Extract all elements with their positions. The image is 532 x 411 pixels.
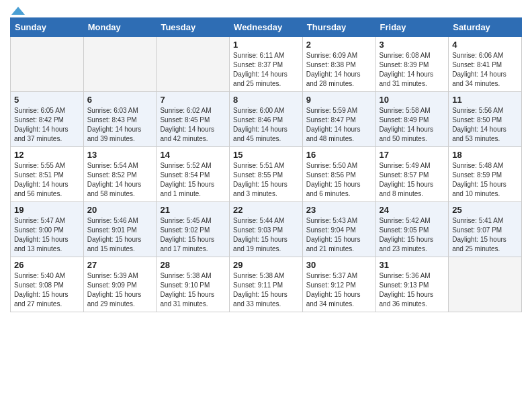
calendar-cell: 22Sunrise: 5:44 AMSunset: 9:03 PMDayligh…: [230, 202, 303, 257]
calendar-cell: 15Sunrise: 5:51 AMSunset: 8:55 PMDayligh…: [230, 147, 303, 202]
cell-content: Sunrise: 5:42 AMSunset: 9:05 PMDaylight:…: [380, 216, 445, 254]
calendar-cell: 19Sunrise: 5:47 AMSunset: 9:00 PMDayligh…: [11, 202, 84, 257]
cell-content: Sunrise: 6:00 AMSunset: 8:46 PMDaylight:…: [233, 106, 299, 144]
calendar-week-1: 1Sunrise: 6:11 AMSunset: 8:37 PMDaylight…: [11, 37, 522, 92]
day-number: 24: [380, 205, 445, 215]
calendar-cell: 8Sunrise: 6:00 AMSunset: 8:46 PMDaylight…: [230, 92, 303, 147]
calendar-week-4: 19Sunrise: 5:47 AMSunset: 9:00 PMDayligh…: [11, 202, 522, 257]
cell-content: Sunrise: 5:36 AMSunset: 9:13 PMDaylight:…: [380, 271, 445, 309]
cell-content: Sunrise: 5:59 AMSunset: 8:47 PMDaylight:…: [306, 106, 372, 144]
calendar-table: SundayMondayTuesdayWednesdayThursdayFrid…: [10, 17, 522, 312]
day-number: 31: [380, 260, 445, 270]
cell-content: Sunrise: 5:44 AMSunset: 9:03 PMDaylight:…: [233, 216, 299, 254]
day-number: 1: [233, 40, 299, 50]
calendar-cell: 16Sunrise: 5:50 AMSunset: 8:56 PMDayligh…: [302, 147, 375, 202]
weekday-header-tuesday: Tuesday: [157, 18, 230, 37]
cell-content: Sunrise: 6:09 AMSunset: 8:38 PMDaylight:…: [306, 51, 372, 89]
page: SundayMondayTuesdayWednesdayThursdayFrid…: [0, 0, 532, 319]
day-number: 15: [233, 150, 299, 160]
day-number: 6: [87, 95, 153, 105]
cell-content: Sunrise: 5:41 AMSunset: 9:07 PMDaylight:…: [452, 216, 518, 254]
day-number: 25: [452, 205, 518, 215]
cell-content: Sunrise: 6:08 AMSunset: 8:39 PMDaylight:…: [380, 51, 445, 89]
logo-text: [10, 7, 26, 12]
calendar-week-2: 5Sunrise: 6:05 AMSunset: 8:42 PMDaylight…: [11, 92, 522, 147]
calendar-cell: 31Sunrise: 5:36 AMSunset: 9:13 PMDayligh…: [375, 257, 449, 312]
cell-content: Sunrise: 5:43 AMSunset: 9:04 PMDaylight:…: [306, 216, 372, 254]
cell-content: Sunrise: 5:38 AMSunset: 9:10 PMDaylight:…: [160, 271, 226, 309]
calendar-cell: 13Sunrise: 5:54 AMSunset: 8:52 PMDayligh…: [83, 147, 157, 202]
day-number: 29: [233, 260, 299, 270]
day-number: 4: [452, 40, 518, 50]
logo-triangle: [11, 7, 25, 15]
weekday-header-thursday: Thursday: [302, 18, 375, 37]
day-number: 16: [306, 150, 372, 160]
calendar-cell: 17Sunrise: 5:49 AMSunset: 8:57 PMDayligh…: [375, 147, 449, 202]
calendar-cell: 28Sunrise: 5:38 AMSunset: 9:10 PMDayligh…: [157, 257, 230, 312]
cell-content: Sunrise: 6:02 AMSunset: 8:45 PMDaylight:…: [160, 106, 226, 144]
calendar-cell: [83, 37, 157, 92]
day-number: 20: [87, 205, 153, 215]
day-number: 8: [233, 95, 299, 105]
calendar-cell: 30Sunrise: 5:37 AMSunset: 9:12 PMDayligh…: [302, 257, 375, 312]
calendar-week-3: 12Sunrise: 5:55 AMSunset: 8:51 PMDayligh…: [11, 147, 522, 202]
day-number: 13: [87, 150, 153, 160]
day-number: 2: [306, 40, 372, 50]
day-number: 3: [380, 40, 445, 50]
calendar-cell: 27Sunrise: 5:39 AMSunset: 9:09 PMDayligh…: [83, 257, 157, 312]
calendar-cell: 11Sunrise: 5:56 AMSunset: 8:50 PMDayligh…: [449, 92, 522, 147]
day-number: 27: [87, 260, 153, 270]
cell-content: Sunrise: 5:39 AMSunset: 9:09 PMDaylight:…: [87, 271, 153, 309]
cell-content: Sunrise: 5:49 AMSunset: 8:57 PMDaylight:…: [380, 161, 445, 199]
weekday-header-saturday: Saturday: [449, 18, 522, 37]
weekday-header-wednesday: Wednesday: [230, 18, 303, 37]
calendar-week-5: 26Sunrise: 5:40 AMSunset: 9:08 PMDayligh…: [11, 257, 522, 312]
day-number: 26: [14, 260, 80, 270]
cell-content: Sunrise: 6:03 AMSunset: 8:43 PMDaylight:…: [87, 106, 153, 144]
day-number: 28: [160, 260, 226, 270]
calendar-cell: 18Sunrise: 5:48 AMSunset: 8:59 PMDayligh…: [449, 147, 522, 202]
weekday-header-friday: Friday: [375, 18, 449, 37]
weekday-header-monday: Monday: [83, 18, 157, 37]
cell-content: Sunrise: 5:45 AMSunset: 9:02 PMDaylight:…: [160, 216, 226, 254]
cell-content: Sunrise: 5:56 AMSunset: 8:50 PMDaylight:…: [452, 106, 518, 144]
calendar-cell: 24Sunrise: 5:42 AMSunset: 9:05 PMDayligh…: [375, 202, 449, 257]
logo: [10, 7, 26, 12]
calendar-cell: 14Sunrise: 5:52 AMSunset: 8:54 PMDayligh…: [157, 147, 230, 202]
cell-content: Sunrise: 5:54 AMSunset: 8:52 PMDaylight:…: [87, 161, 153, 199]
calendar-cell: 4Sunrise: 6:06 AMSunset: 8:41 PMDaylight…: [449, 37, 522, 92]
cell-content: Sunrise: 5:50 AMSunset: 8:56 PMDaylight:…: [306, 161, 372, 199]
calendar-cell: 10Sunrise: 5:58 AMSunset: 8:49 PMDayligh…: [375, 92, 449, 147]
day-number: 9: [306, 95, 372, 105]
calendar-cell: 23Sunrise: 5:43 AMSunset: 9:04 PMDayligh…: [302, 202, 375, 257]
calendar-header-row: SundayMondayTuesdayWednesdayThursdayFrid…: [11, 18, 522, 37]
calendar-cell: 21Sunrise: 5:45 AMSunset: 9:02 PMDayligh…: [157, 202, 230, 257]
day-number: 30: [306, 260, 372, 270]
calendar-cell: 25Sunrise: 5:41 AMSunset: 9:07 PMDayligh…: [449, 202, 522, 257]
header: [10, 7, 522, 12]
calendar-cell: [11, 37, 84, 92]
day-number: 11: [452, 95, 518, 105]
cell-content: Sunrise: 5:46 AMSunset: 9:01 PMDaylight:…: [87, 216, 153, 254]
calendar-cell: [449, 257, 522, 312]
day-number: 19: [14, 205, 80, 215]
calendar-cell: 3Sunrise: 6:08 AMSunset: 8:39 PMDaylight…: [375, 37, 449, 92]
calendar-cell: 7Sunrise: 6:02 AMSunset: 8:45 PMDaylight…: [157, 92, 230, 147]
calendar-cell: 5Sunrise: 6:05 AMSunset: 8:42 PMDaylight…: [11, 92, 84, 147]
cell-content: Sunrise: 6:05 AMSunset: 8:42 PMDaylight:…: [14, 106, 80, 144]
day-number: 23: [306, 205, 372, 215]
cell-content: Sunrise: 5:48 AMSunset: 8:59 PMDaylight:…: [452, 161, 518, 199]
day-number: 18: [452, 150, 518, 160]
day-number: 17: [380, 150, 445, 160]
calendar-cell: 6Sunrise: 6:03 AMSunset: 8:43 PMDaylight…: [83, 92, 157, 147]
calendar-cell: 20Sunrise: 5:46 AMSunset: 9:01 PMDayligh…: [83, 202, 157, 257]
cell-content: Sunrise: 6:11 AMSunset: 8:37 PMDaylight:…: [233, 51, 299, 89]
cell-content: Sunrise: 5:40 AMSunset: 9:08 PMDaylight:…: [14, 271, 80, 309]
cell-content: Sunrise: 5:52 AMSunset: 8:54 PMDaylight:…: [160, 161, 226, 199]
calendar-cell: 1Sunrise: 6:11 AMSunset: 8:37 PMDaylight…: [230, 37, 303, 92]
day-number: 21: [160, 205, 226, 215]
cell-content: Sunrise: 5:51 AMSunset: 8:55 PMDaylight:…: [233, 161, 299, 199]
cell-content: Sunrise: 5:47 AMSunset: 9:00 PMDaylight:…: [14, 216, 80, 254]
day-number: 12: [14, 150, 80, 160]
cell-content: Sunrise: 5:55 AMSunset: 8:51 PMDaylight:…: [14, 161, 80, 199]
